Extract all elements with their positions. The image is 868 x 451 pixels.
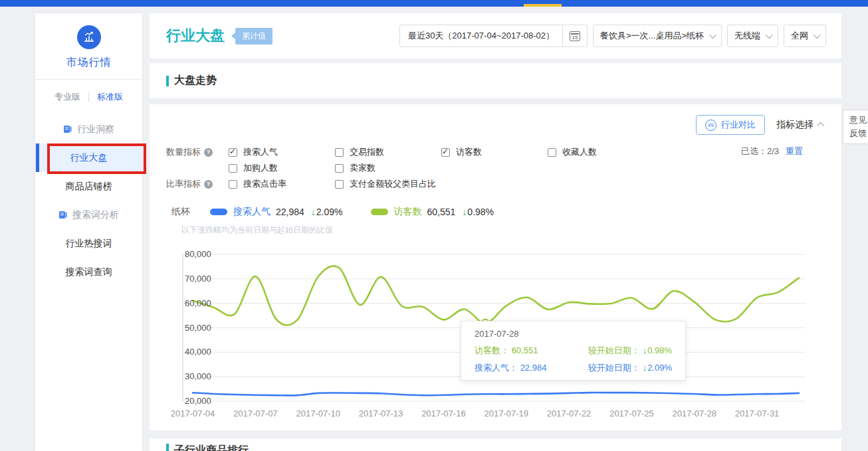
svg-text:50,000: 50,000 bbox=[185, 323, 211, 333]
tooltip-compare-label: 较开始日期： bbox=[588, 363, 640, 373]
quantity-metrics-text: 数量指标 bbox=[166, 146, 201, 158]
tab-divider bbox=[88, 92, 89, 102]
sidebar-item-search-word-analysis[interactable]: 搜索词分析 bbox=[35, 201, 142, 229]
legend-category: 纸杯 bbox=[171, 206, 190, 218]
legend-series-change: 2.09% bbox=[316, 207, 343, 217]
legend-series-change: 0.98% bbox=[467, 207, 494, 217]
calendar-button[interactable]: 15 bbox=[562, 25, 587, 46]
tooltip-change-value: 0.98% bbox=[647, 345, 672, 355]
checkbox-trade-index[interactable]: ✓ 交易指数 bbox=[335, 146, 441, 158]
down-arrow-icon: ↓ bbox=[311, 207, 316, 217]
sidebar: 市场行情 专业版 标准版 行业洞察 行业大盘 商品店铺榜 bbox=[35, 13, 142, 451]
svg-text:70,000: 70,000 bbox=[185, 274, 211, 284]
ratio-metrics-label: 比率指标 ? bbox=[166, 178, 229, 190]
legend-series-value: 22,984 bbox=[276, 207, 304, 217]
sidebar-version-tabs: 专业版 标准版 bbox=[35, 80, 142, 110]
section-accent-bar bbox=[166, 444, 169, 451]
sidebar-item-industry-insight[interactable]: 行业洞察 bbox=[35, 115, 142, 143]
next-section-partial: 子行业商品排行 bbox=[150, 438, 841, 451]
svg-text:2017-07-16: 2017-07-16 bbox=[421, 408, 466, 418]
sidebar-item-industry-hot-words[interactable]: 行业热搜词 bbox=[35, 229, 142, 258]
feedback-label-line2: 反馈 bbox=[849, 127, 868, 140]
tooltip-series-label: 搜索人气： bbox=[475, 363, 518, 373]
sidebar-item-product-shop-rank[interactable]: 商品店铺榜 bbox=[35, 172, 142, 201]
sidebar-item-search-word-query[interactable]: 搜索词查询 bbox=[35, 258, 142, 286]
industry-compare-button[interactable]: vs 行业对比 bbox=[696, 115, 765, 135]
scope-select-value: 全网 bbox=[791, 30, 808, 42]
tooltip-series-value: 60,551 bbox=[512, 345, 538, 355]
checkbox-search-popularity[interactable]: ✓ 搜索人气 bbox=[229, 146, 335, 158]
legend-item-visitors[interactable]: 访客数 60,551 ↓ 0.98% bbox=[371, 206, 494, 218]
chart-note: 以下涨跌幅均为当前日期与起始日期的比值 bbox=[181, 225, 333, 236]
tooltip-change-value: 2.09% bbox=[647, 363, 672, 373]
svg-text:80,000: 80,000 bbox=[185, 249, 211, 259]
terminal-select[interactable]: 无线端 bbox=[727, 25, 778, 47]
sidebar-menu: 行业洞察 行业大盘 商品店铺榜 搜索词分析 行业热搜词 搜索词查询 bbox=[35, 115, 142, 286]
legend-swatch-green bbox=[371, 209, 388, 215]
svg-text:40,000: 40,000 bbox=[185, 347, 211, 357]
legend-series-name: 访客数 bbox=[394, 206, 422, 218]
sidebar-item-label: 行业洞察 bbox=[77, 124, 114, 135]
checkbox-box: ✓ bbox=[229, 148, 237, 157]
help-icon[interactable]: ? bbox=[204, 180, 213, 189]
help-icon[interactable]: ? bbox=[204, 148, 213, 157]
tab-standard[interactable]: 标准版 bbox=[97, 91, 123, 103]
checkbox-box: ✓ bbox=[335, 164, 344, 173]
market-quotes-logo bbox=[77, 25, 101, 49]
trend-panel: vs 行业对比 指标选择 数量指标 ? ✓ 搜索人气 ✓ 交易 bbox=[150, 104, 841, 430]
legend-item-search-popularity[interactable]: 搜索人气 22,984 ↓ 2.09% bbox=[210, 206, 343, 218]
checkbox-label: 访客数 bbox=[456, 146, 482, 158]
sidebar-item-label: 搜索词查询 bbox=[66, 266, 112, 278]
checkbox-payment-ratio[interactable]: ✓ 支付金额较父类目占比 bbox=[335, 178, 481, 190]
chevron-up-icon bbox=[817, 122, 824, 130]
svg-text:2017-07-13: 2017-07-13 bbox=[359, 408, 403, 418]
svg-text:60,000: 60,000 bbox=[185, 298, 211, 308]
page: 市场行情 专业版 标准版 行业洞察 行业大盘 商品店铺榜 bbox=[0, 0, 868, 451]
metric-checkbox-panel: 数量指标 ? ✓ 搜索人气 ✓ 交易指数 ✓ 访客数 ✓ 收藏人数 bbox=[166, 144, 654, 192]
book-icon bbox=[58, 211, 68, 219]
reset-button[interactable]: 重置 bbox=[786, 145, 803, 157]
checkbox-sellers[interactable]: ✓ 卖家数 bbox=[335, 162, 441, 174]
svg-text:20,000: 20,000 bbox=[185, 396, 211, 406]
checkbox-add-cart[interactable]: ✓ 加购人数 bbox=[229, 162, 335, 174]
svg-text:2017-07-07: 2017-07-07 bbox=[233, 408, 278, 418]
scope-select[interactable]: 全网 bbox=[784, 25, 826, 47]
tab-professional[interactable]: 专业版 bbox=[54, 91, 80, 103]
chart-tooltip: 2017-07-28 访客数： 60,551 较开始日期：↓0.98% 搜索人气… bbox=[461, 321, 686, 381]
checkbox-favorites[interactable]: ✓ 收藏人数 bbox=[548, 146, 654, 158]
svg-text:30,000: 30,000 bbox=[185, 371, 211, 381]
legend-series-value: 60,551 bbox=[427, 207, 456, 217]
date-range-picker[interactable]: 最近30天（2017-07-04~2017-08-02） 15 bbox=[399, 25, 588, 47]
indicator-select-toggle[interactable]: 指标选择 bbox=[776, 119, 824, 131]
checkbox-label: 卖家数 bbox=[350, 162, 376, 174]
tooltip-series-value: 22,984 bbox=[520, 363, 547, 373]
legend-swatch-blue bbox=[210, 209, 227, 215]
section-title: 大盘走势 bbox=[174, 74, 217, 88]
category-select[interactable]: 餐饮具>一次...桌用品>纸杯 bbox=[593, 25, 722, 47]
checkbox-box: ✓ bbox=[335, 180, 344, 189]
section-accent-bar bbox=[166, 76, 169, 86]
checkbox-visitors[interactable]: ✓ 访客数 bbox=[441, 146, 548, 158]
tooltip-row-visitors: 访客数： 60,551 较开始日期：↓0.98% bbox=[475, 345, 672, 357]
active-tab-indicator bbox=[524, 4, 562, 7]
checkbox-label: 收藏人数 bbox=[562, 146, 597, 158]
legend-series-name: 搜索人气 bbox=[233, 206, 271, 218]
tooltip-series-label: 访客数： bbox=[475, 345, 509, 355]
sidebar-item-label: 行业热搜词 bbox=[66, 238, 112, 250]
category-select-value: 餐饮具>一次...桌用品>纸杯 bbox=[600, 30, 704, 42]
tooltip-row-search-popularity: 搜索人气： 22,984 较开始日期：↓2.09% bbox=[475, 362, 672, 374]
chevron-down-icon bbox=[766, 31, 773, 39]
selected-count-text: 已选：2/3 bbox=[741, 145, 779, 157]
svg-text:2017-07-22: 2017-07-22 bbox=[547, 408, 592, 418]
checkbox-label: 搜索人气 bbox=[243, 146, 278, 158]
sidebar-item-industry-dashboard[interactable]: 行业大盘 bbox=[35, 143, 142, 172]
tooltip-compare-label: 较开始日期： bbox=[588, 345, 640, 355]
svg-text:2017-07-31: 2017-07-31 bbox=[735, 408, 780, 418]
page-header: 行业大盘 累计值 最近30天（2017-07-04~2017-08-02） 15… bbox=[150, 13, 841, 58]
book-icon bbox=[63, 125, 72, 134]
checkbox-search-click-rate[interactable]: ✓ 搜索点击率 bbox=[229, 178, 335, 190]
sidebar-item-label: 行业大盘 bbox=[70, 152, 108, 164]
top-nav-bar bbox=[0, 0, 868, 7]
ratio-metrics-text: 比率指标 bbox=[166, 178, 201, 190]
feedback-button[interactable]: 意见 反馈 bbox=[843, 110, 868, 144]
